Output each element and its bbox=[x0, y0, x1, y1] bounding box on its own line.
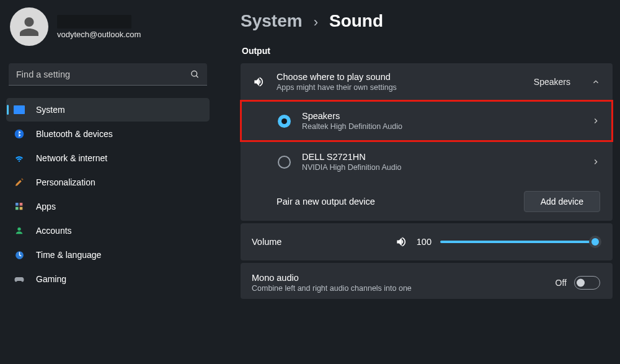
person-icon bbox=[18, 16, 40, 38]
globe-clock-icon bbox=[14, 249, 25, 260]
profile-block[interactable]: vodytech@outlook.com bbox=[6, 5, 210, 51]
add-device-button[interactable]: Add device bbox=[524, 191, 600, 212]
section-output-title: Output bbox=[242, 46, 616, 56]
svg-rect-4 bbox=[20, 203, 23, 206]
paintbrush-icon bbox=[14, 177, 25, 188]
svg-rect-6 bbox=[20, 207, 23, 210]
sidebar-item-label: Apps bbox=[36, 202, 56, 211]
slider-thumb[interactable] bbox=[589, 236, 601, 248]
chevron-up-icon bbox=[591, 78, 600, 86]
output-card: Choose where to play sound Apps might ha… bbox=[241, 63, 613, 221]
profile-name-redacted bbox=[57, 15, 131, 29]
mono-title: Mono audio bbox=[252, 273, 546, 283]
gaming-icon bbox=[14, 273, 25, 285]
svg-rect-3 bbox=[16, 203, 19, 206]
svg-point-2 bbox=[15, 130, 24, 139]
choose-output-title: Choose where to play sound bbox=[277, 72, 523, 82]
mono-audio-card: Mono audio Combine left and right audio … bbox=[241, 263, 613, 299]
device-name: DELL S2721HN bbox=[302, 152, 580, 162]
sidebar-item-apps[interactable]: Apps bbox=[6, 195, 210, 218]
pair-device-row: Pair a new output device Add device bbox=[241, 182, 613, 221]
sidebar-item-label: System bbox=[36, 105, 65, 115]
output-device-dell[interactable]: DELL S2721HN NVIDIA High Definition Audi… bbox=[241, 141, 613, 182]
sidebar-item-accounts[interactable]: Accounts bbox=[6, 219, 210, 242]
search-input[interactable] bbox=[9, 63, 207, 86]
speaker-icon[interactable] bbox=[394, 236, 408, 248]
profile-email: vodytech@outlook.com bbox=[57, 30, 141, 39]
volume-slider[interactable] bbox=[440, 236, 600, 247]
device-sub: NVIDIA High Definition Audio bbox=[302, 163, 580, 172]
radio-selected-icon[interactable] bbox=[278, 115, 291, 128]
radio-unselected-icon[interactable] bbox=[278, 156, 291, 169]
display-icon bbox=[14, 104, 25, 115]
avatar bbox=[10, 7, 48, 46]
chevron-right-icon: › bbox=[314, 14, 318, 30]
sidebar-item-label: Time & language bbox=[36, 250, 101, 260]
output-device-speakers[interactable]: Speakers Realtek High Definition Audio bbox=[241, 100, 613, 141]
output-section: Choose where to play sound Apps might ha… bbox=[241, 63, 613, 299]
breadcrumb: System › Sound bbox=[241, 11, 616, 31]
mono-sub: Combine left and right audio channels in… bbox=[252, 284, 546, 293]
choose-output-row[interactable]: Choose where to play sound Apps might ha… bbox=[241, 63, 613, 100]
mono-audio-row: Mono audio Combine left and right audio … bbox=[241, 263, 613, 299]
sidebar-item-gaming[interactable]: Gaming bbox=[6, 267, 210, 291]
device-name: Speakers bbox=[302, 111, 580, 121]
sidebar-item-label: Bluetooth & devices bbox=[36, 129, 113, 139]
profile-text: vodytech@outlook.com bbox=[57, 15, 141, 39]
slider-track bbox=[440, 241, 600, 243]
chevron-right-icon[interactable] bbox=[591, 158, 600, 166]
sidebar-item-label: Network & internet bbox=[36, 153, 107, 163]
breadcrumb-parent[interactable]: System bbox=[241, 11, 303, 31]
sidebar-item-personalization[interactable]: Personalization bbox=[6, 171, 210, 194]
volume-card: Volume 100 bbox=[241, 223, 613, 260]
sidebar-item-bluetooth[interactable]: Bluetooth & devices bbox=[6, 122, 210, 146]
apps-icon bbox=[14, 201, 25, 212]
mono-state: Off bbox=[556, 278, 567, 288]
search-wrap bbox=[9, 63, 207, 86]
chevron-right-icon[interactable] bbox=[591, 117, 600, 125]
sidebar-item-system[interactable]: System bbox=[6, 98, 210, 122]
page-title: Sound bbox=[329, 11, 383, 31]
pair-label: Pair a new output device bbox=[277, 197, 375, 206]
svg-point-7 bbox=[17, 228, 20, 231]
volume-value: 100 bbox=[417, 237, 432, 247]
mono-toggle[interactable] bbox=[574, 276, 600, 290]
nav: System Bluetooth & devices Network & int… bbox=[6, 98, 210, 291]
volume-label: Volume bbox=[252, 237, 281, 247]
sidebar-item-label: Personalization bbox=[36, 177, 95, 187]
sidebar-item-network[interactable]: Network & internet bbox=[6, 146, 210, 170]
wifi-icon bbox=[14, 153, 25, 164]
volume-row: Volume 100 bbox=[241, 223, 613, 260]
svg-line-1 bbox=[196, 76, 198, 78]
search-icon bbox=[190, 70, 200, 79]
main: System › Sound Output Choose where to pl… bbox=[216, 0, 620, 364]
sidebar: vodytech@outlook.com System Bluetooth & … bbox=[0, 0, 216, 364]
current-output-value: Speakers bbox=[534, 77, 570, 87]
device-sub: Realtek High Definition Audio bbox=[302, 122, 580, 131]
accounts-icon bbox=[14, 225, 25, 236]
svg-point-0 bbox=[192, 71, 197, 76]
toggle-knob bbox=[577, 279, 585, 287]
sidebar-item-label: Gaming bbox=[36, 274, 66, 284]
bluetooth-icon bbox=[14, 128, 25, 140]
sidebar-item-label: Accounts bbox=[36, 226, 72, 236]
choose-output-sub: Apps might have their own settings bbox=[277, 83, 523, 92]
svg-rect-5 bbox=[16, 207, 19, 210]
speaker-icon bbox=[252, 76, 265, 88]
sidebar-item-time-language[interactable]: Time & language bbox=[6, 243, 210, 267]
